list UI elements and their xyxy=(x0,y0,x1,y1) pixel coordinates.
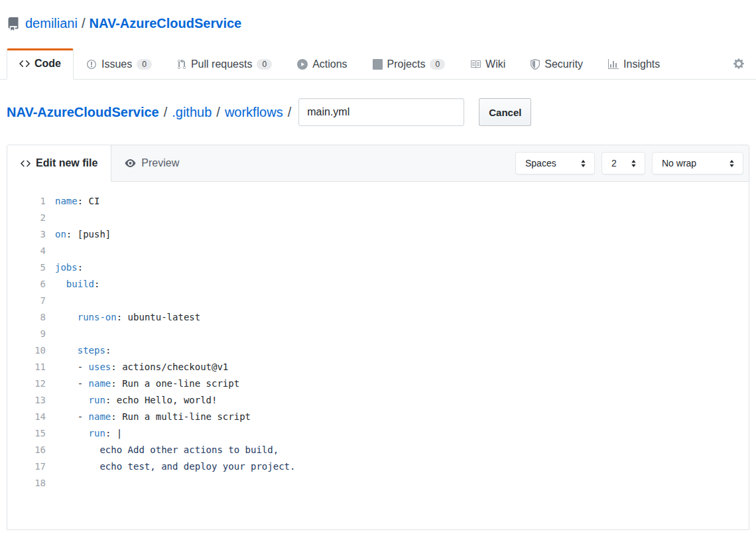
line-number: 16 xyxy=(7,442,46,458)
code-line[interactable]: 18 xyxy=(7,475,749,492)
code-text: build: xyxy=(46,276,99,293)
tab-label: Wiki xyxy=(485,58,505,70)
code-text xyxy=(46,243,55,259)
tab-label: Edit new file xyxy=(36,157,97,169)
tab-label: Pull requests xyxy=(191,58,253,70)
line-number: 8 xyxy=(7,309,46,326)
code-line[interactable]: 12 - name: Run a one-line script xyxy=(7,375,749,392)
wrap-mode-value: No wrap xyxy=(662,158,696,169)
code-line[interactable]: 16 echo Add other actions to build, xyxy=(7,442,749,458)
eye-icon xyxy=(125,158,136,169)
breadcrumb-separator: / xyxy=(216,105,220,120)
shield-icon xyxy=(531,59,540,70)
code-line[interactable]: 11 - uses: actions/checkout@v1 xyxy=(7,359,749,375)
line-number: 6 xyxy=(7,276,46,293)
repo-owner-link[interactable]: demiliani xyxy=(25,16,78,31)
tab-label: Issues xyxy=(101,58,132,70)
line-number: 17 xyxy=(7,458,46,475)
project-board-icon xyxy=(373,59,383,70)
code-line[interactable]: 8 runs-on: ubuntu-latest xyxy=(7,309,749,326)
code-text: - name: Run a one-line script xyxy=(46,375,239,392)
line-number: 7 xyxy=(7,293,46,309)
code-line[interactable]: 15 run: | xyxy=(7,425,749,442)
cancel-button[interactable]: Cancel xyxy=(479,98,531,126)
code-icon xyxy=(21,159,31,169)
code-text: jobs: xyxy=(46,259,83,276)
line-number: 12 xyxy=(7,375,46,392)
issues-count-badge: 0 xyxy=(137,59,152,70)
line-number: 1 xyxy=(7,193,46,210)
code-line[interactable]: 13 run: echo Hello, world! xyxy=(7,392,749,409)
repo-header: demiliani / NAV-AzureCloudService xyxy=(0,0,756,48)
editor-header: Edit new file Preview Spaces 2 No xyxy=(7,145,749,182)
tab-insights[interactable]: Insights xyxy=(596,48,672,80)
code-text: echo Add other actions to build, xyxy=(46,442,279,458)
code-text: on: [push] xyxy=(46,226,111,243)
file-editor: Edit new file Preview Spaces 2 No xyxy=(7,145,749,530)
code-text: - name: Run a multi-line script xyxy=(46,409,251,425)
code-text: run: echo Hello, world! xyxy=(46,392,217,409)
settings-gear-icon[interactable] xyxy=(727,48,751,79)
breadcrumb-separator: / xyxy=(288,105,292,120)
graph-icon xyxy=(608,59,619,70)
code-text xyxy=(46,475,55,492)
wrap-mode-select[interactable]: No wrap xyxy=(652,152,743,174)
code-text: run: | xyxy=(46,425,122,442)
tab-label: Preview xyxy=(141,157,179,169)
breadcrumb-workflows-dir-link[interactable]: workflows xyxy=(225,105,283,120)
code-text xyxy=(46,210,55,226)
pull-request-icon xyxy=(177,59,186,70)
code-line[interactable]: 17 echo test, and deploy your project. xyxy=(7,458,749,475)
code-line[interactable]: 5jobs: xyxy=(7,259,749,276)
code-text: steps: xyxy=(46,342,111,359)
repo-nav: Code Issues 0 Pull requests 0 Actions Pr… xyxy=(0,48,756,80)
code-text: - uses: actions/checkout@v1 xyxy=(46,359,228,375)
tab-edit-new-file[interactable]: Edit new file xyxy=(7,145,111,182)
code-text xyxy=(46,293,55,309)
line-number: 15 xyxy=(7,425,46,442)
indent-mode-select[interactable]: Spaces xyxy=(515,152,595,174)
tab-label: Security xyxy=(544,58,583,70)
repo-header-separator: / xyxy=(82,16,86,31)
tab-wiki[interactable]: Wiki xyxy=(458,48,518,80)
tab-label: Actions xyxy=(312,58,347,70)
code-line[interactable]: 3on: [push] xyxy=(7,226,749,243)
indent-mode-value: Spaces xyxy=(525,158,556,169)
line-number: 2 xyxy=(7,210,46,226)
breadcrumb-repo-link[interactable]: NAV-AzureCloudService xyxy=(7,105,159,120)
code-line[interactable]: 1name: CI xyxy=(7,193,749,210)
code-line[interactable]: 7 xyxy=(7,293,749,309)
tab-label: Insights xyxy=(623,58,660,70)
tab-pull-requests[interactable]: Pull requests 0 xyxy=(164,48,284,80)
line-number: 9 xyxy=(7,326,46,342)
code-line[interactable]: 6 build: xyxy=(7,276,749,293)
code-line[interactable]: 2 xyxy=(7,210,749,226)
indent-size-select[interactable]: 2 xyxy=(601,152,645,174)
code-text xyxy=(46,326,55,342)
breadcrumb-separator: / xyxy=(164,105,168,120)
code-editor-textarea[interactable]: 1name: CI23on: [push]45jobs:6 build:78 r… xyxy=(7,182,749,529)
tab-preview[interactable]: Preview xyxy=(111,145,192,181)
tab-issues[interactable]: Issues 0 xyxy=(74,48,164,80)
line-number: 11 xyxy=(7,359,46,375)
tab-security[interactable]: Security xyxy=(518,48,596,80)
issue-opened-icon xyxy=(86,59,97,70)
pull-requests-count-badge: 0 xyxy=(257,59,272,70)
code-line[interactable]: 10 steps: xyxy=(7,342,749,359)
projects-count-badge: 0 xyxy=(430,59,445,70)
breadcrumb-github-dir-link[interactable]: .github xyxy=(172,105,212,120)
code-line[interactable]: 14 - name: Run a multi-line script xyxy=(7,409,749,425)
tab-code[interactable]: Code xyxy=(7,48,74,80)
code-line[interactable]: 4 xyxy=(7,243,749,259)
code-text: name: CI xyxy=(46,193,99,210)
code-text: runs-on: ubuntu-latest xyxy=(46,309,200,326)
repo-name-link[interactable]: NAV-AzureCloudService xyxy=(90,16,242,31)
repo-icon xyxy=(7,17,20,31)
tab-label: Code xyxy=(34,58,61,70)
tab-actions[interactable]: Actions xyxy=(284,48,359,80)
filename-input[interactable] xyxy=(298,98,464,126)
tab-projects[interactable]: Projects 0 xyxy=(360,48,458,80)
code-line[interactable]: 9 xyxy=(7,326,749,342)
code-lines: 1name: CI23on: [push]45jobs:6 build:78 r… xyxy=(7,193,749,492)
line-number: 18 xyxy=(7,475,46,492)
